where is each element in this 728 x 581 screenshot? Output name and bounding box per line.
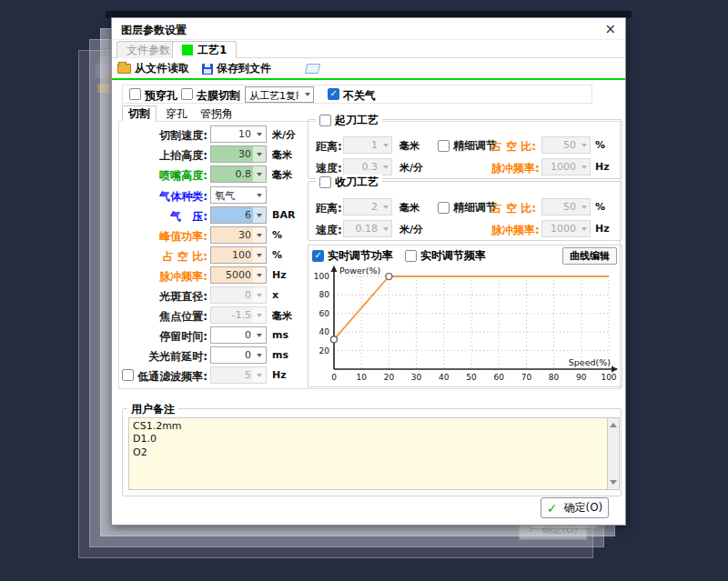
realtime-curve-panel: 实时调节功率 实时调节频率 曲线编辑 010203040506070809010… [308, 245, 622, 387]
cut-speed-input[interactable]: 10 [210, 125, 267, 143]
scroll-down-icon[interactable] [610, 480, 617, 485]
dwell-time-input[interactable]: 0 [210, 326, 267, 344]
power-speed-curve-chart[interactable]: 010203040506070809010020406080100Power(%… [312, 264, 620, 386]
chevron-down-icon [253, 307, 266, 323]
svg-text:0: 0 [331, 373, 337, 382]
gas-keep-label: 不关气 [343, 88, 376, 104]
realtime-freq-option: 实时调节频率 [405, 248, 486, 264]
gas-pressure-input[interactable]: 6 [210, 206, 267, 224]
lead-out-checkbox[interactable] [319, 176, 331, 188]
chevron-down-icon[interactable] [253, 166, 266, 182]
lead-in-duty-input: 50 [541, 136, 591, 154]
chevron-down-icon [578, 159, 590, 175]
lift-height-input[interactable]: 30 [210, 145, 267, 163]
svg-text:40: 40 [439, 373, 450, 382]
chevron-down-icon [253, 367, 266, 383]
nozzle-height-input[interactable]: 0.8 [210, 165, 267, 183]
curve-edit-button[interactable]: 曲线编辑 [562, 247, 617, 265]
fine-tune-checkbox[interactable] [438, 202, 450, 214]
svg-text:60: 60 [493, 373, 504, 382]
lead-out-distance-input: 2 [343, 198, 392, 215]
svg-text:10: 10 [356, 373, 367, 382]
chevron-down-icon[interactable] [253, 126, 266, 142]
svg-text:90: 90 [576, 373, 587, 382]
svg-text:20: 20 [384, 373, 395, 382]
options-row: 预穿孔 去膜切割 从工艺1复制 不关气 [122, 85, 592, 104]
lead-out-fine-tune-checkbox-row: 精细调节 [438, 200, 497, 215]
peak-power-input[interactable]: 30 [210, 226, 267, 244]
lead-in-distance-input: 1 [343, 136, 392, 154]
read-from-file-button[interactable]: 从文件读取 [117, 61, 189, 76]
chevron-down-icon [379, 159, 391, 175]
scroll-up-icon[interactable] [610, 423, 617, 427]
svg-text:100: 100 [601, 373, 616, 382]
toolbar-separator [112, 78, 625, 80]
lead-in-group: 起刀工艺 距离: 1 毫米 精细调节 占 空 比: 50 % 速度: 0.3 米… [308, 119, 622, 179]
svg-text:40: 40 [319, 327, 330, 336]
chevron-down-icon[interactable] [253, 327, 266, 343]
svg-text:30: 30 [411, 373, 422, 382]
svg-text:Power(%): Power(%) [339, 265, 380, 275]
chevron-down-icon[interactable] [253, 227, 266, 243]
save-to-file-button[interactable]: 保存到文件 [202, 61, 271, 76]
spot-diameter-input: 0 [210, 286, 267, 304]
chevron-down-icon[interactable] [253, 207, 266, 223]
layer-parameter-dialog: 图层参数设置 × 文件参数 工艺1 从文件读取 保存到文件 预穿孔 去膜切割 从… [111, 17, 626, 526]
svg-text:70: 70 [521, 373, 532, 382]
subtab-pierce[interactable]: 穿孔 [160, 105, 193, 122]
chevron-down-icon [578, 137, 590, 153]
chevron-down-icon [379, 137, 391, 153]
title-bar[interactable]: 图层参数设置 × [112, 18, 625, 40]
lead-in-speed-input: 0.3 [343, 158, 392, 175]
notes-scrollbar[interactable] [607, 417, 620, 490]
pre-pierce-checkbox[interactable] [129, 88, 141, 100]
duty-cycle-input[interactable]: 100 [210, 246, 267, 264]
tab-file-params[interactable]: 文件参数 [116, 41, 180, 58]
note-tool-button[interactable] [306, 64, 319, 74]
realtime-freq-checkbox[interactable] [405, 250, 417, 262]
svg-text:Speed(%): Speed(%) [569, 357, 611, 367]
subtab-corner[interactable]: 管拐角 [195, 105, 238, 122]
svg-text:80: 80 [549, 373, 560, 382]
realtime-power-checkbox[interactable] [312, 250, 324, 262]
pulse-freq-input[interactable]: 5000 [210, 266, 267, 284]
svg-text:20: 20 [319, 346, 330, 356]
note-icon [305, 64, 320, 74]
tab-process-1[interactable]: 工艺1 [172, 41, 237, 58]
chevron-down-icon [253, 287, 266, 303]
gas-keep-checkbox[interactable] [328, 88, 339, 100]
lead-out-freq-input: 1000 [541, 220, 591, 237]
chevron-down-icon[interactable] [253, 267, 266, 283]
lead-in-checkbox[interactable] [319, 115, 331, 126]
user-notes-group: 用户备注 CS1.2mm D1.0 O2 [122, 408, 622, 496]
copy-from-process-dropdown[interactable]: 从工艺1复制 [245, 86, 314, 103]
ok-button[interactable]: ✓ 确定(O) [541, 497, 609, 518]
focus-position-input: -1.5 [210, 306, 267, 324]
svg-text:50: 50 [466, 373, 477, 382]
chevron-down-icon[interactable] [253, 347, 266, 363]
pre-pierce-label: 预穿孔 [145, 88, 177, 104]
tab-strip: 文件参数 工艺1 [112, 40, 625, 58]
subtab-cut[interactable]: 切割 [122, 105, 157, 122]
lead-in-title: 起刀工艺 [335, 113, 379, 128]
lead-out-group: 收刀工艺 距离: 2 毫米 精细调节 占 空 比: 50 % 速度: 0.18 … [308, 181, 622, 241]
check-icon: ✓ [547, 502, 558, 515]
svg-text:80: 80 [319, 290, 330, 299]
chevron-down-icon [379, 221, 391, 236]
chevron-down-icon [379, 199, 391, 215]
lowpass-freq-input: 5 [210, 366, 267, 384]
chevron-down-icon[interactable] [253, 247, 266, 263]
open-folder-icon [117, 64, 131, 74]
realtime-power-option: 实时调节功率 [312, 248, 393, 264]
lead-out-duty-input: 50 [541, 198, 591, 215]
user-notes-textarea[interactable]: CS1.2mm D1.0 O2 [128, 417, 607, 490]
chevron-down-icon[interactable] [253, 146, 266, 162]
svg-text:100: 100 [314, 272, 329, 281]
chevron-down-icon[interactable] [253, 187, 266, 203]
close-icon[interactable]: × [604, 21, 616, 37]
svg-text:60: 60 [319, 309, 330, 318]
gas-type-dropdown[interactable]: 氧气 [210, 186, 267, 204]
fine-tune-checkbox[interactable] [438, 140, 450, 152]
film-cut-checkbox[interactable] [181, 88, 193, 100]
laser-off-delay-input[interactable]: 0 [210, 346, 267, 364]
